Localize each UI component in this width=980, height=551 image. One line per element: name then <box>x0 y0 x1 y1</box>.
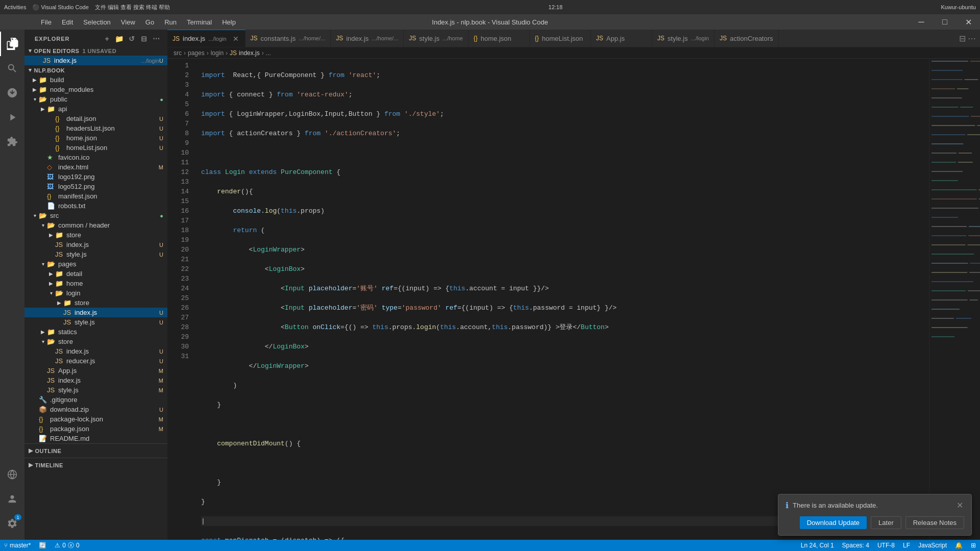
project-section[interactable]: ▾ NLP.BOOK <box>24 65 167 75</box>
problems-status[interactable]: ⚠ 0 ⓧ 0 <box>51 540 83 551</box>
breadcrumb-more[interactable]: ... <box>266 49 271 57</box>
open-editor-index-js[interactable]: JS index.js .../login U <box>24 56 167 65</box>
menu-run[interactable]: Run <box>159 16 182 28</box>
tab-homelist-json[interactable]: {} homeList.json <box>530 30 591 47</box>
tree-item-public[interactable]: ▾ 📂 public ● <box>24 94 167 104</box>
explorer-icon[interactable] <box>0 32 24 56</box>
os-app-name[interactable]: ⚫ Visual Studio Code <box>32 4 88 11</box>
menu-go[interactable]: Go <box>140 16 159 28</box>
menu-help[interactable]: Help <box>217 16 241 28</box>
tree-item-common-indexjs[interactable]: JS index.js U <box>24 240 167 249</box>
tab-index-js-login[interactable]: JS index.js .../login ✕ <box>167 30 246 47</box>
refresh-icon[interactable]: ↺ <box>127 34 137 44</box>
tree-item-root-stylejs[interactable]: JS style.js M <box>24 385 167 395</box>
outline-header[interactable]: ▶ OUTLINE <box>24 446 167 456</box>
menu-edit[interactable]: Edit <box>57 16 78 28</box>
search-activity-icon[interactable] <box>0 56 24 81</box>
extensions-icon[interactable] <box>0 130 24 154</box>
tree-item-logo512[interactable]: 🖼 logo512.png <box>24 182 167 191</box>
tree-item-root-indexjs[interactable]: JS index.js M <box>24 375 167 385</box>
tree-item-build[interactable]: ▶ 📁 build <box>24 75 167 85</box>
tab-style-js-login[interactable]: JS style.js .../login <box>652 30 715 47</box>
tree-item-favicon[interactable]: ★ favicon.ico <box>24 153 167 162</box>
menu-file[interactable]: File <box>36 16 57 28</box>
minimize-button[interactable]: ─ <box>910 14 933 30</box>
cursor-position[interactable]: Ln 24, Col 1 <box>797 540 838 551</box>
menu-view[interactable]: View <box>116 16 140 28</box>
tree-item-src[interactable]: ▾ 📂 src ● <box>24 211 167 220</box>
remote-icon[interactable] <box>0 462 24 487</box>
tree-item-package-json[interactable]: {} package.json M <box>24 424 167 434</box>
layout-icon[interactable]: ⊞ <box>967 540 980 551</box>
close-button[interactable]: ✕ <box>957 14 980 30</box>
tree-item-home[interactable]: ▶ 📁 home <box>24 279 167 288</box>
tree-item-statics[interactable]: ▶ 📁 statics <box>24 327 167 337</box>
tree-item-manifest[interactable]: {} manifest.json <box>24 191 167 201</box>
git-branch-status[interactable]: ⑂ master* <box>0 540 35 551</box>
later-button[interactable]: Later <box>871 516 901 529</box>
source-control-icon[interactable] <box>0 81 24 105</box>
sync-status[interactable]: 🔄 <box>35 540 51 551</box>
breadcrumb-login[interactable]: login <box>211 49 224 57</box>
new-folder-icon[interactable]: 📁 <box>114 34 125 44</box>
tree-item-pages[interactable]: ▾ 📂 pages <box>24 259 167 269</box>
more-tabs-icon[interactable]: ⋯ <box>968 34 976 43</box>
tree-item-login-indexjs[interactable]: JS index.js U <box>24 308 167 317</box>
tab-app-js[interactable]: JS App.js <box>591 30 652 47</box>
collapse-all-icon[interactable]: ⊟ <box>139 34 149 44</box>
new-file-icon[interactable]: + <box>102 34 112 44</box>
tree-item-common-header[interactable]: ▾ 📂 common / header <box>24 220 167 230</box>
tree-item-index-html[interactable]: ◇ index.html M <box>24 162 167 172</box>
tree-item-headerslist-json[interactable]: {} headersList.json U <box>24 123 167 133</box>
tree-item-reducer[interactable]: JS reducer.js U <box>24 356 167 366</box>
tab-action-creators[interactable]: JS actionCreators <box>715 30 779 47</box>
release-notes-button[interactable]: Release Notes <box>905 516 964 529</box>
tree-item-logo192[interactable]: 🖼 logo192.png <box>24 172 167 182</box>
line-ending-status[interactable]: LF <box>899 540 914 551</box>
language-mode-status[interactable]: JavaScript <box>914 540 951 551</box>
breadcrumb-src[interactable]: src <box>174 49 182 57</box>
notification-bell[interactable]: 🔔 <box>951 540 967 551</box>
breadcrumb-file[interactable]: index.js <box>239 49 260 57</box>
timeline-header[interactable]: ▶ TIMELINE <box>24 460 167 470</box>
spaces-setting[interactable]: Spaces: 4 <box>838 540 873 551</box>
tree-item-package-lock[interactable]: {} package-lock.json M <box>24 414 167 424</box>
tree-item-gitignore[interactable]: 🔧 .gitignore <box>24 395 167 405</box>
tree-item-detail[interactable]: ▶ 📁 detail <box>24 269 167 279</box>
tree-item-node-modules[interactable]: ▶ 📁 node_modules <box>24 85 167 94</box>
open-editors-section[interactable]: ▾ OPEN EDITORS 1 UNSAVED <box>24 46 167 56</box>
tab-close-button[interactable]: ✕ <box>232 34 240 43</box>
breadcrumb-pages[interactable]: pages <box>188 49 205 57</box>
maximize-button[interactable]: □ <box>933 14 957 30</box>
tab-index-js-home[interactable]: JS index.js .../home/... <box>331 30 404 47</box>
tree-item-appjs[interactable]: JS App.js M <box>24 366 167 375</box>
tree-item-store-indexjs[interactable]: JS index.js U <box>24 346 167 356</box>
tab-home-json[interactable]: {} home.json <box>469 30 530 47</box>
tree-item-robots[interactable]: 📄 robots.txt <box>24 201 167 211</box>
download-update-button[interactable]: Download Update <box>800 516 867 529</box>
run-debug-icon[interactable] <box>0 105 24 130</box>
tree-item-detail-json[interactable]: {} detail.json U <box>24 114 167 123</box>
code-editor[interactable]: import React,{ PureComponent } from 'rea… <box>193 59 929 540</box>
tree-item-api[interactable]: ▶ 📁 api <box>24 104 167 114</box>
os-activities[interactable]: Activities <box>4 4 26 10</box>
split-editor-icon[interactable]: ⊟ <box>959 34 966 43</box>
more-actions-icon[interactable]: ⋯ <box>151 34 161 44</box>
tree-item-common-stylejs[interactable]: JS style.js U <box>24 249 167 259</box>
tree-item-common-store[interactable]: ▶ 📁 store <box>24 230 167 240</box>
encoding-status[interactable]: UTF-8 <box>873 540 899 551</box>
tree-item-login[interactable]: ▾ 📂 login <box>24 288 167 298</box>
tree-item-download-zip[interactable]: 📦 download.zip U <box>24 405 167 414</box>
tab-constants-js[interactable]: JS constants.js .../home/... <box>246 30 331 47</box>
tree-item-readme[interactable]: 📝 README.md <box>24 434 167 443</box>
tree-item-home-json[interactable]: {} home.json U <box>24 133 167 143</box>
account-icon[interactable] <box>0 487 24 511</box>
tree-item-homelist-json[interactable]: {} homeList.json U <box>24 143 167 153</box>
menu-selection[interactable]: Selection <box>78 16 115 28</box>
tree-item-store[interactable]: ▾ 📂 store <box>24 337 167 346</box>
tree-item-login-stylejs[interactable]: JS style.js U <box>24 317 167 327</box>
settings-icon[interactable]: 1 <box>0 511 24 536</box>
notification-close-button[interactable]: ✕ <box>955 500 964 510</box>
tab-style-js-home[interactable]: JS style.js .../home <box>404 30 469 47</box>
tree-item-login-store[interactable]: ▶ 📁 store <box>24 298 167 308</box>
